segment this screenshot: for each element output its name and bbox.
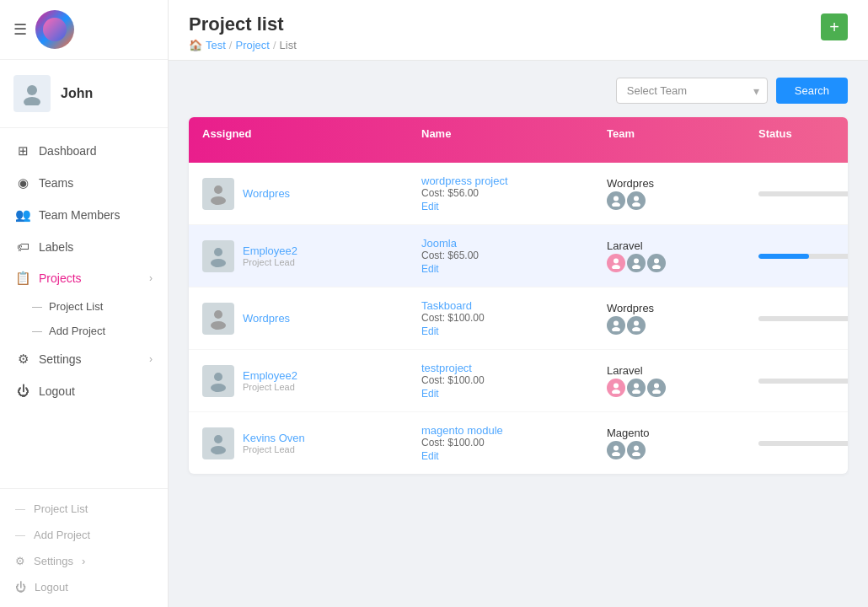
dash-icon: — (15, 529, 25, 541)
progress-bar (758, 254, 848, 259)
project-cost: Cost: $65.00 (421, 250, 607, 261)
progress-bar (758, 191, 848, 196)
sidebar-item-team-members[interactable]: 👥 Team Members (0, 199, 168, 231)
sidebar-item-dashboard[interactable]: ⊞ Dashboard (0, 135, 168, 167)
name-cell: magento module Cost: $100.00 Edit (421, 424, 607, 462)
assigned-cell: Kevins Oven Project Lead (202, 427, 421, 459)
sidebar-item-logout[interactable]: ⏻ Logout (0, 375, 168, 406)
svg-point-15 (652, 265, 661, 269)
sidebar: ☰ John ⊞ Dashboard ◉ Teams 👥 Team Member… (0, 0, 169, 607)
svg-point-20 (634, 321, 639, 326)
svg-point-26 (634, 384, 639, 389)
assigned-name[interactable]: Wordpres (243, 312, 290, 325)
settings-arrow-icon: › (149, 353, 153, 365)
bottom-item-label: Logout (35, 581, 68, 594)
sub-item-add-project[interactable]: — Add Project (17, 319, 168, 343)
project-edit-link[interactable]: Edit (421, 263, 439, 275)
team-cell: Wordpres (607, 177, 758, 210)
col-assigned: Assigned (202, 127, 421, 153)
svg-point-6 (634, 196, 639, 201)
assigned-cell: Wordpres (202, 303, 421, 335)
svg-point-11 (612, 265, 620, 269)
team-avatar-icon (607, 254, 625, 272)
svg-point-8 (214, 248, 222, 256)
assigned-name[interactable]: Employee2 (243, 369, 297, 382)
sidebar-item-teams[interactable]: ◉ Teams (0, 167, 168, 199)
svg-point-34 (634, 446, 639, 451)
breadcrumb-project[interactable]: Project (235, 39, 269, 51)
breadcrumb-list: List (280, 39, 297, 51)
assigned-name[interactable]: Kevins Oven (243, 432, 305, 444)
project-edit-link[interactable]: Edit (421, 325, 439, 337)
sidebar-item-label: Settings (39, 352, 82, 366)
logout-bottom-icon: ⏻ (15, 581, 26, 594)
assigned-name[interactable]: Employee2 (243, 244, 297, 257)
progress-bar (758, 441, 848, 446)
sidebar-bottom: — Project List — Add Project ⚙ Settings … (0, 488, 168, 607)
team-avatar-icon (647, 379, 666, 397)
assigned-cell: Employee2 Project Lead (202, 240, 421, 272)
person-avatar (202, 303, 234, 335)
project-cost: Cost: $100.00 (421, 374, 607, 386)
svg-point-30 (214, 435, 222, 443)
svg-point-10 (613, 259, 619, 264)
project-edit-link[interactable]: Edit (421, 388, 439, 400)
person-avatar (202, 427, 234, 459)
team-select[interactable]: Select Team (616, 78, 768, 104)
project-name[interactable]: Joomla (421, 237, 607, 250)
project-cost: Cost: $56.00 (421, 187, 607, 199)
projects-submenu: — Project List — Add Project (0, 294, 168, 343)
table-row: Kevins Oven Project Lead magento module … (189, 412, 848, 474)
add-project-button[interactable]: + (821, 13, 848, 40)
table-row: Employee2 Project Lead testproject Cost:… (189, 350, 848, 412)
assigned-info: Kevins Oven Project Lead (243, 432, 305, 454)
sidebar-item-settings[interactable]: ⚙ Settings › (0, 343, 168, 375)
breadcrumb-sep2: / (273, 39, 276, 51)
person-role: Project Lead (243, 382, 297, 392)
project-edit-link[interactable]: Edit (421, 201, 439, 212)
sidebar-item-label: Logout (39, 384, 75, 398)
assigned-cell: Wordpres (202, 178, 421, 210)
svg-point-18 (613, 321, 619, 326)
sidebar-item-projects[interactable]: 📋 Projects › (0, 262, 168, 294)
sidebar-item-label: Teams (39, 176, 73, 190)
team-cell: Magento (607, 427, 758, 459)
team-avatar-icon (607, 441, 625, 459)
name-cell: wordpress project Cost: $56.00 Edit (421, 175, 607, 212)
main-content: Project list 🏠 Test / Project / List + S… (169, 0, 868, 607)
project-name[interactable]: testproject (421, 362, 607, 374)
project-edit-link[interactable]: Edit (421, 450, 439, 462)
assigned-info: Employee2 Project Lead (243, 369, 297, 392)
project-name[interactable]: magento module (421, 424, 607, 437)
status-cell (758, 379, 848, 384)
team-avatars (607, 441, 758, 459)
logo (35, 10, 74, 49)
team-avatar-icon (627, 316, 646, 335)
breadcrumb-test[interactable]: Test (206, 39, 226, 51)
team-avatar-icon (627, 254, 646, 272)
bottom-item-add-project[interactable]: — Add Project (0, 522, 168, 548)
name-cell: Joomla Cost: $65.00 Edit (421, 237, 607, 275)
team-cell: Laravel (607, 364, 758, 397)
bottom-item-project-list[interactable]: — Project List (0, 496, 168, 522)
person-avatar (202, 240, 234, 272)
team-avatars (607, 316, 758, 335)
project-name[interactable]: wordpress project (421, 175, 607, 187)
assigned-name[interactable]: Wordpres (243, 187, 290, 200)
hamburger-icon[interactable]: ☰ (13, 20, 27, 39)
dash-icon: — (32, 325, 42, 337)
svg-point-33 (612, 452, 620, 456)
sidebar-item-label: Team Members (39, 208, 120, 222)
projects-icon: 📋 (15, 271, 30, 286)
project-name[interactable]: Taskboard (421, 299, 607, 312)
svg-point-7 (632, 202, 640, 207)
svg-point-21 (632, 327, 640, 331)
search-button[interactable]: Search (776, 78, 848, 104)
sub-item-project-list[interactable]: — Project List (17, 294, 168, 319)
sidebar-item-labels[interactable]: 🏷 Labels (0, 231, 168, 262)
bottom-item-settings[interactable]: ⚙ Settings › (0, 548, 168, 574)
team-avatar-icon (647, 254, 666, 272)
status-cell (758, 254, 848, 259)
bottom-item-logout[interactable]: ⏻ Logout (0, 574, 168, 600)
svg-point-4 (613, 196, 619, 201)
